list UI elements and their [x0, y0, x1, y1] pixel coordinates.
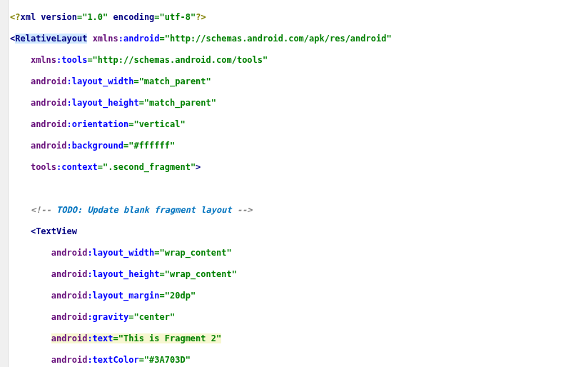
code-line: android:layout_margin="20dp" [10, 291, 577, 301]
code-line: <TextView [10, 226, 577, 237]
code-editor[interactable]: <?xml version="1.0" encoding="utf-8"?> <… [10, 1, 577, 367]
code-line: android:textColor="#3A703D" [10, 355, 577, 366]
code-line: android:layout_height="match_parent" [10, 98, 577, 109]
code-line: android:layout_width="match_parent" [10, 76, 577, 87]
editor-gutter [0, 0, 9, 367]
code-line: xmlns:tools="http://schemas.android.com/… [10, 55, 577, 66]
code-line: <!-- TODO: Update blank fragment layout … [10, 205, 577, 216]
code-line: android:background="#ffffff" [10, 141, 577, 151]
code-line: <RelativeLayout xmlns:android="http://sc… [10, 34, 577, 44]
code-line: android:layout_width="wrap_content" [10, 248, 577, 258]
code-line: <?xml version="1.0" encoding="utf-8"?> [10, 12, 577, 23]
code-line: android:layout_height="wrap_content" [10, 269, 577, 280]
code-line: android:orientation="vertical" [10, 119, 577, 130]
code-line: android:text="This is Fragment 2" [10, 333, 577, 344]
code-line: android:gravity="center" [10, 312, 577, 323]
code-line [10, 184, 577, 194]
code-line: tools:context=".second_fragment"> [10, 162, 577, 173]
